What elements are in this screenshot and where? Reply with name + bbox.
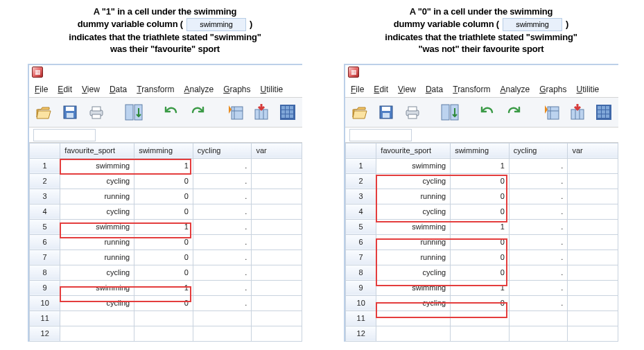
cell[interactable] (568, 310, 618, 326)
cell[interactable]: 1 (451, 219, 510, 234)
row-header[interactable]: 11 (346, 310, 376, 326)
cell[interactable]: swimming (376, 219, 451, 234)
cell[interactable]: 1 (134, 280, 193, 295)
cell[interactable]: . (193, 295, 252, 310)
cell[interactable]: 0 (134, 250, 193, 265)
cell[interactable] (252, 280, 302, 295)
cell-name-box[interactable] (33, 129, 96, 141)
row-header[interactable]: 6 (346, 234, 376, 250)
cell[interactable]: 0 (134, 204, 193, 219)
cell[interactable]: 1 (451, 280, 510, 295)
col-favourite-sport[interactable]: favourite_sport (60, 143, 134, 158)
row-header[interactable]: 12 (346, 326, 376, 341)
open-icon[interactable] (33, 102, 54, 123)
cell[interactable]: . (509, 173, 568, 189)
cell[interactable]: running (376, 250, 451, 265)
cell[interactable]: . (193, 189, 252, 204)
cell[interactable]: . (193, 250, 252, 265)
row-header[interactable]: 6 (30, 234, 60, 250)
cell[interactable] (252, 234, 302, 250)
menu-transform[interactable]: Transform (453, 85, 490, 94)
menu-edit[interactable]: Edit (58, 85, 72, 94)
row-header[interactable]: 4 (346, 204, 376, 219)
undo-icon[interactable] (161, 102, 182, 123)
cell[interactable]: cycling (60, 295, 134, 310)
row-header[interactable]: 8 (30, 265, 60, 280)
cell[interactable]: . (193, 280, 252, 295)
goto-case-icon[interactable] (225, 102, 245, 123)
cell[interactable]: 0 (134, 173, 193, 189)
cell[interactable]: . (193, 204, 252, 219)
col-var[interactable]: var (252, 143, 302, 158)
cell[interactable]: swimming (60, 219, 134, 234)
print-icon[interactable] (402, 102, 423, 123)
cell[interactable] (376, 326, 451, 341)
cell[interactable]: . (509, 189, 568, 204)
cell[interactable]: 0 (134, 234, 193, 250)
cell[interactable] (568, 326, 618, 341)
row-header[interactable]: 10 (30, 295, 60, 310)
col-cycling[interactable]: cycling (193, 143, 252, 158)
data-grid[interactable]: favourite_sport swimming cycling var 1sw… (345, 143, 618, 342)
menu-utilities[interactable]: Utilitie (577, 85, 600, 94)
cell[interactable]: . (509, 234, 568, 250)
variables-icon[interactable] (593, 102, 614, 123)
col-favourite-sport[interactable]: favourite_sport (376, 143, 451, 158)
cell[interactable]: 0 (451, 265, 510, 280)
cell[interactable] (252, 158, 302, 173)
cell[interactable]: running (376, 189, 451, 204)
cell[interactable]: 0 (134, 189, 193, 204)
menu-graphs[interactable]: Graphs (539, 85, 566, 94)
cell[interactable]: . (509, 158, 568, 173)
cell[interactable] (568, 234, 618, 250)
cell[interactable] (568, 219, 618, 234)
cell[interactable]: running (376, 234, 451, 250)
cell[interactable]: . (509, 219, 568, 234)
cell[interactable]: swimming (376, 158, 451, 173)
cell[interactable] (451, 310, 510, 326)
row-header[interactable]: 9 (30, 280, 60, 295)
cell[interactable]: cycling (376, 173, 451, 189)
cell[interactable]: 0 (134, 295, 193, 310)
cell[interactable]: swimming (60, 158, 134, 173)
cell[interactable] (451, 326, 510, 341)
row-header[interactable]: 3 (346, 189, 376, 204)
cell[interactable]: 0 (451, 250, 510, 265)
menu-file[interactable]: File (35, 85, 48, 94)
cell[interactable]: cycling (60, 265, 134, 280)
col-swimming[interactable]: swimming (451, 143, 510, 158)
cell[interactable]: . (193, 158, 252, 173)
corner-cell[interactable] (346, 143, 376, 158)
cell[interactable] (134, 310, 193, 326)
row-header[interactable]: 4 (30, 204, 60, 219)
cell[interactable] (193, 326, 252, 341)
goto-case-icon[interactable] (541, 102, 562, 123)
save-icon[interactable] (60, 102, 80, 123)
cell[interactable] (568, 295, 618, 310)
cell[interactable] (60, 326, 134, 341)
cell[interactable]: 0 (451, 173, 510, 189)
cell[interactable]: . (509, 265, 568, 280)
menu-analyze[interactable]: Analyze (500, 85, 530, 94)
cell[interactable] (252, 326, 302, 341)
open-icon[interactable] (349, 102, 370, 123)
cell[interactable] (60, 310, 134, 326)
variables-icon[interactable] (277, 102, 298, 123)
cell[interactable] (252, 219, 302, 234)
cell[interactable]: . (509, 250, 568, 265)
cell[interactable]: 1 (134, 219, 193, 234)
row-header[interactable]: 9 (346, 280, 376, 295)
row-header[interactable]: 11 (30, 310, 60, 326)
row-header[interactable]: 1 (346, 158, 376, 173)
cell[interactable] (252, 250, 302, 265)
row-header[interactable]: 5 (346, 219, 376, 234)
row-header[interactable]: 5 (30, 219, 60, 234)
cell[interactable]: cycling (376, 295, 451, 310)
cell[interactable]: . (193, 265, 252, 280)
cell[interactable] (568, 280, 618, 295)
dataview-icon[interactable] (440, 102, 460, 123)
row-header[interactable]: 3 (30, 189, 60, 204)
cell[interactable]: 1 (451, 158, 510, 173)
cell[interactable]: 0 (451, 189, 510, 204)
cell[interactable] (376, 310, 451, 326)
